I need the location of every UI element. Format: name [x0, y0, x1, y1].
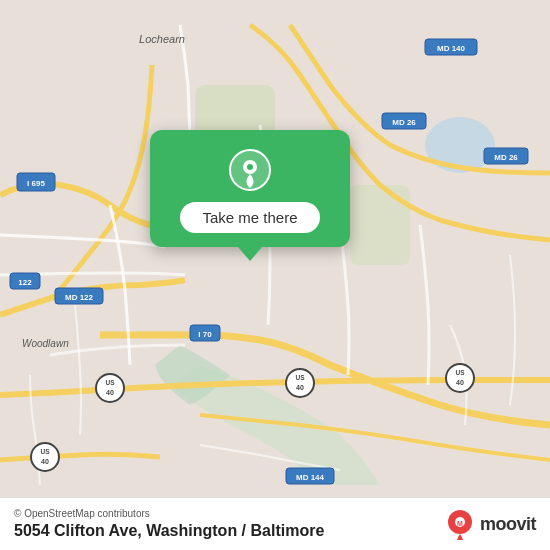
map-attribution: © OpenStreetMap contributors — [14, 508, 324, 519]
svg-text:MD 144: MD 144 — [296, 473, 325, 482]
take-me-there-button[interactable]: Take me there — [180, 202, 319, 233]
svg-text:US: US — [105, 379, 115, 386]
svg-text:MD 122: MD 122 — [65, 293, 94, 302]
address-display: 5054 Clifton Ave, Washington / Baltimore — [14, 522, 324, 540]
address-street: 5054 Clifton Ave, — [14, 522, 142, 539]
svg-text:40: 40 — [296, 384, 304, 391]
svg-text:MD 26: MD 26 — [392, 118, 416, 127]
svg-text:MD 26: MD 26 — [494, 153, 518, 162]
svg-text:I 70: I 70 — [198, 330, 212, 339]
map-roads: I 695 I 70 MD 140 MD 26 MD 26 MD 122 122… — [0, 0, 550, 550]
svg-text:US: US — [40, 448, 50, 455]
svg-text:M: M — [457, 520, 463, 527]
location-pin-icon — [228, 148, 272, 192]
svg-text:US: US — [455, 369, 465, 376]
popup-card: Take me there — [150, 130, 350, 247]
svg-point-35 — [247, 164, 253, 170]
svg-text:40: 40 — [456, 379, 464, 386]
bottom-left-info: © OpenStreetMap contributors 5054 Clifto… — [14, 508, 324, 540]
svg-text:MD 140: MD 140 — [437, 44, 466, 53]
svg-text:US: US — [295, 374, 305, 381]
moovit-brand-icon: M — [444, 508, 476, 540]
moovit-logo: M moovit — [444, 508, 536, 540]
bottom-bar: © OpenStreetMap contributors 5054 Clifto… — [0, 497, 550, 550]
svg-text:40: 40 — [106, 389, 114, 396]
address-city: Washington / Baltimore — [146, 522, 324, 539]
moovit-brand-name: moovit — [480, 514, 536, 535]
map-container: I 695 I 70 MD 140 MD 26 MD 26 MD 122 122… — [0, 0, 550, 550]
svg-rect-2 — [350, 185, 410, 265]
svg-text:122: 122 — [18, 278, 32, 287]
svg-text:Woodlawn: Woodlawn — [22, 338, 69, 349]
svg-text:Lochearn: Lochearn — [139, 33, 185, 45]
svg-text:I 695: I 695 — [27, 179, 45, 188]
svg-text:40: 40 — [41, 458, 49, 465]
